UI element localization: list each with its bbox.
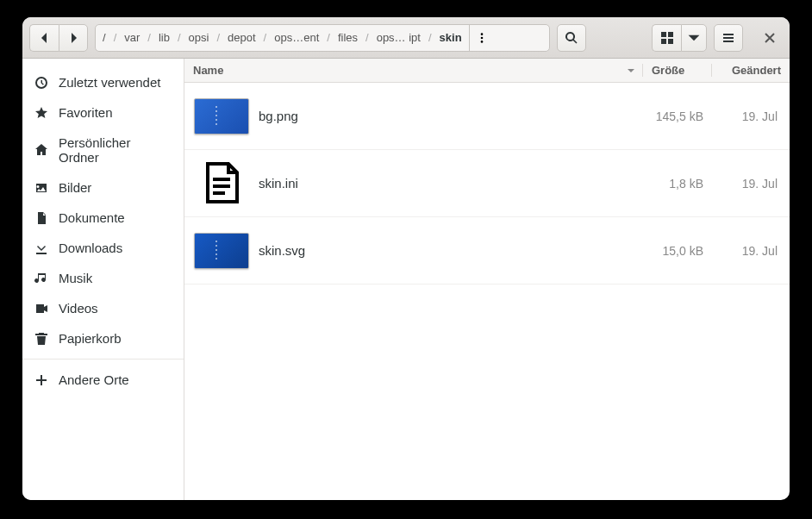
svg-point-2 bbox=[481, 41, 484, 43]
column-name-label: Name bbox=[193, 64, 223, 77]
sidebar-item-documents[interactable]: Dokumente bbox=[22, 203, 184, 233]
svg-rect-7 bbox=[723, 34, 734, 35]
hamburger-menu-button[interactable] bbox=[714, 24, 743, 52]
view-options-dropdown[interactable] bbox=[681, 24, 707, 52]
svg-rect-11 bbox=[213, 184, 230, 188]
pathbar-menu-button[interactable] bbox=[469, 25, 495, 51]
column-name[interactable]: Name bbox=[184, 64, 643, 77]
breadcrumb-opsipt[interactable]: ops… ipt bbox=[370, 25, 428, 51]
documents-icon bbox=[34, 211, 48, 225]
sidebar-item-recent[interactable]: Zuletzt verwendet bbox=[22, 67, 184, 97]
sidebar-item-videos[interactable]: Videos bbox=[22, 293, 184, 323]
file-size: 15,0 kB bbox=[643, 244, 712, 258]
file-size: 145,5 kB bbox=[643, 109, 712, 123]
breadcrumb-files[interactable]: files bbox=[331, 25, 365, 51]
svg-rect-10 bbox=[213, 178, 230, 181]
file-name: skin.svg bbox=[259, 243, 643, 258]
breadcrumb-[interactable]: / bbox=[96, 25, 113, 51]
main-pane: Name Größe Geändert bg.png145,5 kB19. Ju… bbox=[184, 59, 790, 500]
sidebar-item-home[interactable]: Persönlicher Ordner bbox=[22, 128, 184, 172]
text-file-icon bbox=[203, 162, 240, 205]
sort-indicator-icon bbox=[627, 66, 635, 75]
window-close-button[interactable] bbox=[757, 25, 783, 51]
file-manager-window: //var/lib/opsi/depot/ops…ent/files/ops… … bbox=[22, 17, 790, 500]
breadcrumb-skin[interactable]: skin bbox=[433, 25, 469, 51]
svg-point-1 bbox=[481, 36, 484, 39]
sidebar: Zuletzt verwendetFavoritenPersönlicher O… bbox=[22, 59, 184, 500]
svg-rect-12 bbox=[213, 191, 225, 195]
sidebar-item-trash[interactable]: Papierkorb bbox=[22, 323, 184, 353]
pathbar: //var/lib/opsi/depot/ops…ent/files/ops… … bbox=[95, 24, 550, 52]
plus-icon bbox=[34, 373, 48, 387]
search-button[interactable] bbox=[557, 24, 586, 52]
breadcrumb-opsi[interactable]: opsi bbox=[182, 25, 216, 51]
sidebar-item-label: Favoriten bbox=[59, 105, 113, 120]
sidebar-item-label: Dokumente bbox=[59, 210, 125, 225]
view-grid-button[interactable] bbox=[652, 24, 681, 52]
downloads-icon bbox=[34, 241, 48, 255]
sidebar-separator bbox=[22, 359, 184, 360]
svg-rect-6 bbox=[668, 39, 673, 44]
nav-group bbox=[29, 24, 88, 52]
breadcrumb-depot[interactable]: depot bbox=[221, 25, 263, 51]
headerbar: //var/lib/opsi/depot/ops…ent/files/ops… … bbox=[22, 17, 790, 59]
breadcrumb-lib[interactable]: lib bbox=[152, 25, 177, 51]
breadcrumb-var[interactable]: var bbox=[117, 25, 147, 51]
home-icon bbox=[34, 143, 48, 157]
body: Zuletzt verwendetFavoritenPersönlicher O… bbox=[22, 59, 790, 500]
svg-rect-4 bbox=[668, 32, 673, 37]
sidebar-item-label: Musik bbox=[59, 271, 92, 285]
trash-icon bbox=[34, 332, 48, 346]
sidebar-item-downloads[interactable]: Downloads bbox=[22, 233, 184, 263]
file-modified: 19. Jul bbox=[712, 177, 790, 191]
recent-icon bbox=[34, 76, 48, 90]
column-modified[interactable]: Geändert bbox=[712, 64, 790, 77]
file-name: skin.ini bbox=[259, 176, 643, 191]
file-row[interactable]: bg.png145,5 kB19. Jul bbox=[184, 83, 790, 150]
videos-icon bbox=[34, 302, 48, 316]
svg-rect-9 bbox=[723, 41, 734, 42]
sidebar-item-starred[interactable]: Favoriten bbox=[22, 97, 184, 128]
pictures-icon bbox=[34, 181, 48, 195]
sidebar-item-label: Papierkorb bbox=[59, 331, 122, 346]
breadcrumb-opsent[interactable]: ops…ent bbox=[267, 25, 326, 51]
column-header: Name Größe Geändert bbox=[184, 59, 790, 83]
sidebar-item-label: Videos bbox=[59, 301, 98, 316]
file-thumb bbox=[184, 98, 259, 134]
file-name: bg.png bbox=[259, 109, 643, 123]
sidebar-item-pictures[interactable]: Bilder bbox=[22, 172, 184, 203]
starred-icon bbox=[34, 106, 48, 120]
file-list: bg.png145,5 kB19. Julskin.ini1,8 kB19. J… bbox=[184, 83, 790, 500]
file-modified: 19. Jul bbox=[712, 109, 790, 123]
svg-rect-8 bbox=[723, 37, 734, 39]
svg-rect-3 bbox=[661, 32, 666, 37]
view-group bbox=[652, 24, 707, 52]
music-icon bbox=[34, 272, 48, 285]
sidebar-item-label: Persönlicher Ordner bbox=[59, 135, 172, 165]
back-button[interactable] bbox=[29, 24, 59, 52]
file-size: 1,8 kB bbox=[643, 177, 712, 191]
image-thumbnail bbox=[194, 98, 249, 134]
forward-button[interactable] bbox=[59, 24, 88, 52]
svg-rect-5 bbox=[661, 39, 666, 44]
svg-point-0 bbox=[481, 33, 484, 35]
sidebar-item-label: Zuletzt verwendet bbox=[59, 75, 160, 90]
file-modified: 19. Jul bbox=[712, 244, 790, 258]
sidebar-item-label: Andere Orte bbox=[59, 372, 129, 387]
sidebar-item-other-locations[interactable]: Andere Orte bbox=[22, 365, 184, 395]
image-thumbnail bbox=[194, 233, 249, 269]
file-thumb bbox=[184, 233, 259, 269]
file-row[interactable]: skin.ini1,8 kB19. Jul bbox=[184, 150, 790, 217]
sidebar-item-label: Bilder bbox=[59, 180, 91, 195]
file-thumb bbox=[184, 162, 259, 205]
sidebar-item-music[interactable]: Musik bbox=[22, 263, 184, 293]
column-size[interactable]: Größe bbox=[643, 64, 712, 77]
file-row[interactable]: skin.svg15,0 kB19. Jul bbox=[184, 217, 790, 285]
sidebar-item-label: Downloads bbox=[59, 241, 122, 255]
